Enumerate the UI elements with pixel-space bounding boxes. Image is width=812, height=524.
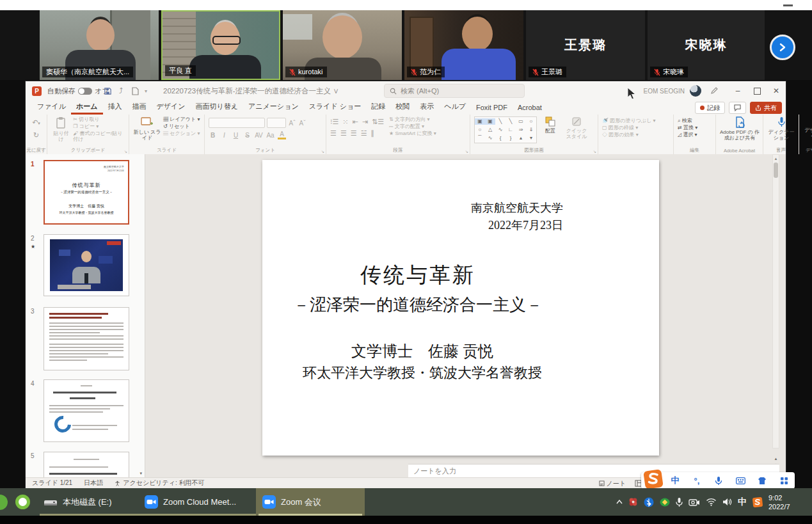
- shape-gallery[interactable]: ▣ ▣ ╲ ╲ ▭ ○ ○ △ ∿ ∟ ⇒ ⇓ ⌒ ∿ {: [474, 116, 537, 143]
- bluetooth-tray-icon[interactable]: [644, 497, 654, 507]
- numbering-icon[interactable]: ⁙: [342, 118, 348, 126]
- taskbar-clock[interactable]: 9:02 2022/7: [768, 493, 809, 511]
- format-painter-button[interactable]: 🖌 書式のコピー/貼り付け: [73, 131, 125, 142]
- tab-record[interactable]: 記録: [366, 100, 390, 115]
- bold-button[interactable]: B: [209, 132, 217, 139]
- shape-triangle-icon[interactable]: △: [488, 127, 492, 133]
- taskbar-edge-icon[interactable]: [0, 495, 8, 510]
- tab-draw[interactable]: 描画: [127, 100, 152, 115]
- quick-styles-button[interactable]: クイック スタイル: [564, 116, 589, 139]
- underline-button[interactable]: U: [232, 132, 240, 139]
- slide-thumbnail-5[interactable]: [44, 452, 129, 477]
- red-app-tray-icon[interactable]: [628, 497, 638, 507]
- shape-recent-icon[interactable]: ▣: [475, 118, 485, 125]
- shape-arrow-right-icon[interactable]: ⇒: [519, 127, 523, 133]
- taskbar-item-disk[interactable]: 本地磁盘 (E:): [37, 488, 145, 516]
- slide-thumbnail-3[interactable]: [44, 307, 129, 370]
- tab-animations[interactable]: アニメーション: [243, 100, 304, 115]
- microphone-tray-icon[interactable]: [676, 497, 683, 507]
- shape-brace-left-icon[interactable]: {: [500, 135, 502, 141]
- redo-icon[interactable]: ↻: [33, 131, 39, 139]
- comments-button[interactable]: [729, 102, 746, 114]
- scroll-up-icon[interactable]: ▲: [773, 156, 779, 161]
- skin-icon[interactable]: [751, 477, 773, 485]
- shape-recent-icon[interactable]: ▣: [485, 118, 495, 125]
- dictate-button[interactable]: ディクテー ション: [767, 116, 795, 141]
- select-button[interactable]: ◿ 選択 ▾: [678, 132, 712, 138]
- create-pdf-button[interactable]: Adobe PDF の 作成および共有: [720, 116, 760, 141]
- design-ideas-button[interactable]: デザイン アイデア: [803, 116, 812, 139]
- shape-effects-button[interactable]: ◇ 図形の効果 ▾: [602, 132, 669, 138]
- soft-keyboard-icon[interactable]: [729, 477, 751, 484]
- pen-icon[interactable]: [710, 81, 718, 100]
- taskbar-item-zoom-cloud[interactable]: Zoom Cloud Meet...: [138, 488, 264, 516]
- decrease-indent-icon[interactable]: ⇤: [353, 118, 358, 126]
- window-minimize-button[interactable]: –: [728, 81, 747, 100]
- participant-tile[interactable]: 窦硕华（南京航空航天大...: [40, 10, 159, 80]
- status-slide-info[interactable]: スライド 1/21: [32, 479, 72, 488]
- camera-tray-icon[interactable]: [689, 498, 700, 506]
- strikethrough-button[interactable]: S: [243, 132, 251, 139]
- scrollbar-thumb[interactable]: [774, 163, 778, 178]
- font-color-button[interactable]: A: [278, 131, 286, 139]
- paste-button[interactable]: 貼り付け: [51, 116, 71, 142]
- share-button[interactable]: 共有: [750, 102, 782, 114]
- participant-tile-camera-off[interactable]: 王景璐 王景璐: [526, 10, 645, 80]
- notes-toggle-button[interactable]: ノート: [599, 479, 626, 488]
- layout-button[interactable]: ▦ レイアウト ▾: [163, 116, 200, 122]
- qat-customize-chevron-icon[interactable]: ▾: [145, 81, 147, 100]
- autosave-toggle[interactable]: 自動保存 オフ: [47, 81, 109, 100]
- shape-line-icon[interactable]: ╲: [499, 118, 502, 125]
- character-spacing-icon[interactable]: AV: [255, 132, 263, 139]
- search-box[interactable]: 検索 (Alt+Q): [384, 84, 525, 98]
- find-button[interactable]: ⌕ 検索: [678, 118, 712, 123]
- shape-scroll-down-icon[interactable]: ▾: [530, 135, 532, 141]
- font-size-combobox[interactable]: [267, 118, 286, 128]
- slide-canvas[interactable]: 南京航空航天大学 2022年7月23日 传统与革新 －涩泽荣一的道德经济合一主义…: [262, 160, 659, 456]
- columns-icon[interactable]: ∥: [371, 129, 375, 138]
- shape-arrow-down-icon[interactable]: ⇓: [529, 127, 534, 133]
- italic-button[interactable]: I: [220, 132, 228, 139]
- quick-access-pointer-icon[interactable]: ⤴: [119, 81, 123, 100]
- section-button[interactable]: ▤ セクション ▾: [163, 131, 200, 136]
- clipboard-dialog-launcher-icon[interactable]: ↘: [124, 149, 127, 154]
- shape-fill-button[interactable]: 🚿 図形の塗りつぶし ▾: [602, 118, 669, 123]
- slide-thumbnail-2[interactable]: [44, 234, 129, 296]
- shape-oval-icon[interactable]: ○: [530, 118, 533, 125]
- sogou-logo-icon[interactable]: [642, 468, 664, 490]
- shape-scroll-up-icon[interactable]: ▴: [520, 135, 522, 141]
- cut-button[interactable]: ✂ 切り取り: [73, 116, 125, 122]
- participant-tile[interactable]: 范为仁: [404, 10, 523, 80]
- quick-access-document-icon[interactable]: [132, 81, 139, 100]
- tab-view[interactable]: 表示: [415, 100, 439, 115]
- record-button[interactable]: 記録: [695, 102, 725, 114]
- sogou-input-toolbar[interactable]: 中 °,: [641, 472, 795, 489]
- line-spacing-icon[interactable]: ⇅☰: [372, 118, 384, 126]
- chinese-mode-icon[interactable]: 中: [664, 475, 686, 486]
- green-app-tray-icon[interactable]: [660, 497, 670, 507]
- shape-outline-button[interactable]: ▢ 図形の枠線 ▾: [602, 125, 669, 131]
- font-name-combobox[interactable]: [209, 118, 265, 128]
- text-direction-button[interactable]: ⇅ 文字列の方向 ▾: [389, 116, 436, 122]
- participant-tile-camera-off[interactable]: 宋晓琳 宋晓琳: [648, 10, 765, 80]
- gallery-next-page-button[interactable]: [770, 35, 795, 60]
- shape-circle-icon[interactable]: ○: [479, 127, 482, 133]
- tab-file[interactable]: ファイル: [32, 100, 71, 115]
- bullets-icon[interactable]: ⁝☰: [330, 118, 338, 126]
- tab-home[interactable]: ホーム: [71, 100, 103, 115]
- drawing-dialog-launcher-icon[interactable]: ↘: [593, 149, 596, 154]
- slide-vertical-scrollbar[interactable]: ▲: [772, 154, 779, 449]
- status-accessibility[interactable]: アクセシビリティ: 利用不可: [115, 479, 204, 488]
- reset-button[interactable]: ↺ リセット: [163, 123, 200, 129]
- align-text-button[interactable]: ⎓ 文字の配置 ▾: [389, 123, 436, 129]
- participant-tile-active-speaker[interactable]: 平良 直: [161, 10, 280, 80]
- tab-slideshow[interactable]: スライド ショー: [304, 100, 367, 115]
- change-case-button[interactable]: Aa: [266, 132, 275, 139]
- document-title[interactable]: 20220723传统与革新-涩泽荣一的道德经济合一主义 ∨: [163, 81, 339, 100]
- sogou-tray-icon[interactable]: [752, 497, 763, 507]
- decrease-font-icon[interactable]: Aˇ: [298, 120, 306, 127]
- align-left-icon[interactable]: ☰: [330, 129, 337, 138]
- tab-transitions[interactable]: 画面切り替え: [191, 100, 244, 115]
- convert-smartart-button[interactable]: ★ SmartArt に変換 ▾: [389, 131, 436, 136]
- align-center-icon[interactable]: ☰: [340, 129, 347, 138]
